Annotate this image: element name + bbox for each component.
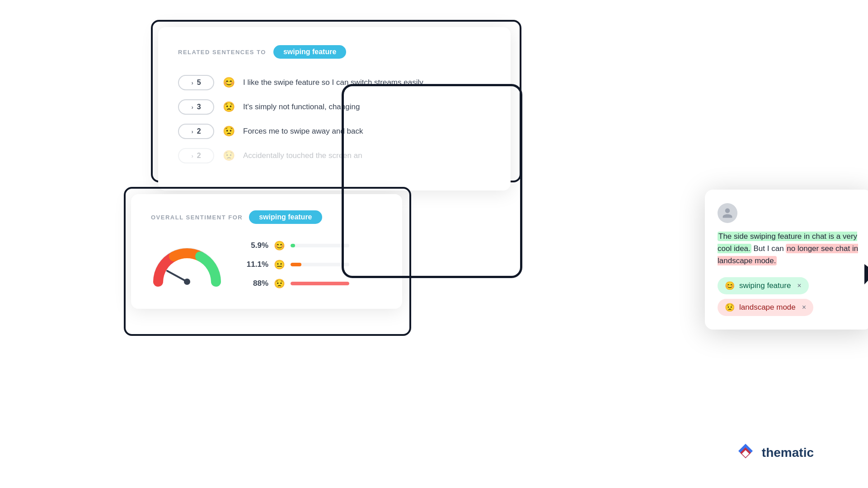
related-label: RELATED SENTENCES TO: [178, 49, 266, 56]
stat-bar-bg-negative: [291, 282, 349, 285]
gauge-svg: [151, 242, 223, 287]
chevron-icon: ›: [191, 153, 193, 159]
stat-percent-neutral: 11.1%: [245, 260, 268, 269]
message-connector: But I can: [754, 244, 786, 253]
sentence-list: › 5 😊 I like the swipe feature so I can …: [178, 75, 491, 163]
sentiment-panel: OVERALL SENTIMENT FOR swiping feature: [131, 194, 402, 309]
tag-chip-landscape[interactable]: 😟 landscape mode ×: [718, 299, 813, 316]
svg-line-0: [167, 271, 187, 282]
sentiment-tag[interactable]: swiping feature: [249, 210, 322, 224]
sentence-row: › 5 😊 I like the swipe feature so I can …: [178, 75, 491, 90]
sentence-text-2: It's simply not functional, changing: [243, 102, 491, 112]
stat-emoji-positive: 😊: [274, 240, 285, 251]
sentiment-body: 5.9% 😊 11.1% 😐 88% 😟: [151, 240, 382, 289]
svg-point-1: [184, 279, 190, 285]
stat-emoji-neutral: 😐: [274, 259, 285, 270]
count-badge-3[interactable]: › 3: [178, 99, 214, 115]
stat-bar-bg-positive: [291, 244, 349, 247]
stat-bar-neutral: [291, 263, 301, 266]
tag-label-landscape: landscape mode: [739, 303, 796, 312]
tag-chip-swiping[interactable]: 😊 swiping feature ×: [718, 277, 809, 294]
related-header: RELATED SENTENCES TO swiping feature: [178, 45, 491, 59]
tag-emoji-landscape: 😟: [725, 302, 735, 312]
sentiment-stats: 5.9% 😊 11.1% 😐 88% 😟: [245, 240, 349, 289]
cursor-arrow-icon: [862, 262, 868, 289]
thematic-logo: thematic: [736, 443, 814, 463]
tag-emoji-swiping: 😊: [725, 281, 735, 291]
stat-row-positive: 5.9% 😊: [245, 240, 349, 251]
stat-row-neutral: 11.1% 😐: [245, 259, 349, 270]
stat-percent-negative: 88%: [245, 279, 268, 288]
sentiment-emoji-2: 😟: [222, 101, 235, 113]
sentence-text-4: Accidentally touched the screen an: [243, 151, 491, 160]
stat-bar-positive: [291, 244, 295, 247]
gauge-container: [151, 242, 223, 287]
sentiment-emoji-4: 😟: [222, 150, 235, 162]
chevron-icon: ›: [191, 79, 193, 86]
related-tag[interactable]: swiping feature: [273, 45, 346, 59]
sentence-row: › 3 😟 It's simply not functional, changi…: [178, 99, 491, 115]
tag-row: 😊 swiping feature × 😟 landscape mode ×: [718, 277, 859, 316]
count-value: 3: [197, 103, 201, 111]
related-panel: RELATED SENTENCES TO swiping feature › 5…: [158, 27, 511, 191]
sentiment-label: OVERALL SENTIMENT FOR: [151, 214, 243, 221]
count-value: 2: [197, 152, 201, 160]
stat-emoji-negative: 😟: [274, 278, 285, 289]
sentence-row: › 2 😟 Forces me to swipe away and back: [178, 124, 491, 139]
count-badge-5[interactable]: › 5: [178, 75, 214, 90]
stat-bar-negative: [291, 282, 349, 285]
sentence-text-3: Forces me to swipe away and back: [243, 127, 491, 136]
sentence-text-1: I like the swipe feature so I can switch…: [243, 78, 491, 87]
tag-label-swiping: swiping feature: [739, 281, 791, 290]
thematic-text: thematic: [762, 446, 814, 460]
sentiment-emoji-3: 😟: [222, 125, 235, 137]
tag-close-landscape[interactable]: ×: [802, 303, 806, 311]
sentiment-emoji-1: 😊: [222, 77, 235, 88]
count-badge-2a[interactable]: › 2: [178, 124, 214, 139]
count-value: 2: [197, 127, 201, 135]
scene: RELATED SENTENCES TO swiping feature › 5…: [0, 0, 868, 488]
thematic-logo-icon: [736, 443, 755, 463]
stat-percent-positive: 5.9%: [245, 241, 268, 250]
stat-row-negative: 88% 😟: [245, 278, 349, 289]
chat-avatar: [718, 203, 737, 223]
chat-message: The side swiping feature in chat is a ve…: [718, 230, 859, 267]
sentence-row-faded: › 2 😟 Accidentally touched the screen an: [178, 148, 491, 163]
count-badge-2b: › 2: [178, 148, 214, 163]
avatar-icon: [722, 207, 733, 219]
stat-bar-bg-neutral: [291, 263, 349, 266]
chat-popup: The side swiping feature in chat is a ve…: [705, 190, 868, 330]
chevron-icon: ›: [191, 128, 193, 135]
sentiment-header: OVERALL SENTIMENT FOR swiping feature: [151, 210, 382, 224]
tag-close-swiping[interactable]: ×: [797, 282, 801, 290]
chevron-icon: ›: [191, 104, 193, 111]
count-value: 5: [197, 79, 201, 87]
svg-marker-2: [864, 264, 868, 287]
